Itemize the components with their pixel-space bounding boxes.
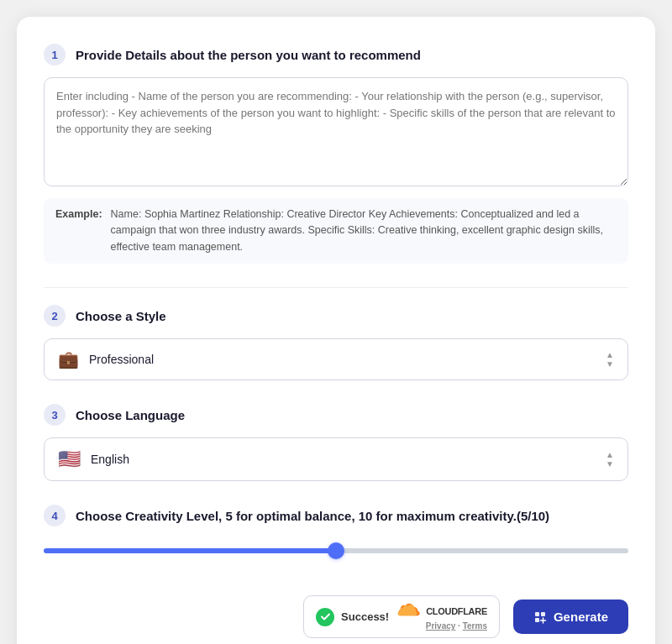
privacy-link[interactable]: Privacy <box>426 621 456 631</box>
style-value: Professional <box>89 353 596 366</box>
cloudflare-block: CLOUDFLARE Privacy · Terms <box>396 603 487 631</box>
success-badge: Success! CLOUDFLARE Privacy · Terms <box>303 595 500 638</box>
chevron-up-icon: ▲ <box>606 351 614 359</box>
terms-link[interactable]: Terms <box>463 621 487 631</box>
step1-badge: 1 <box>44 44 66 65</box>
svg-rect-2 <box>535 618 539 622</box>
success-icon <box>316 608 334 626</box>
step1-title: Provide Details about the person you wan… <box>76 48 421 62</box>
step1-section: 1 Provide Details about the person you w… <box>44 44 628 264</box>
chevron-down-icon: ▼ <box>606 360 614 369</box>
main-card: 1 Provide Details about the person you w… <box>17 17 655 644</box>
step1-header: 1 Provide Details about the person you w… <box>44 44 628 65</box>
step2-header: 2 Choose a Style <box>44 305 628 327</box>
example-text: Name: Sophia Martinez Relationship: Crea… <box>111 207 617 255</box>
step3-section: 3 Choose Language 🇺🇸 English ▲ ▼ <box>44 404 628 481</box>
flag-icon: 🇺🇸 <box>58 448 81 470</box>
checkmark-icon <box>320 611 331 622</box>
generate-icon <box>533 610 547 624</box>
generate-button[interactable]: Generate <box>513 599 628 634</box>
step4-title: Choose Creativity Level, 5 for optimal b… <box>76 509 549 523</box>
slider-container <box>44 538 628 560</box>
step2-section: 2 Choose a Style 💼 Professional ▲ ▼ <box>44 305 628 380</box>
language-chevron: ▲ ▼ <box>606 451 614 469</box>
step4-badge: 4 <box>44 505 66 526</box>
bottom-bar: Success! CLOUDFLARE Privacy · Terms <box>44 584 628 638</box>
step2-badge: 2 <box>44 305 66 327</box>
generate-label: Generate <box>554 610 608 624</box>
language-value: English <box>91 453 596 466</box>
chevron-up-icon: ▲ <box>606 451 614 459</box>
step3-header: 3 Choose Language <box>44 404 628 426</box>
success-label: Success! <box>341 610 389 623</box>
creativity-slider[interactable] <box>44 548 628 553</box>
step2-title: Choose a Style <box>76 309 166 323</box>
chevron-down-icon: ▼ <box>606 460 614 469</box>
example-box: Example: Name: Sophia Martinez Relations… <box>44 198 628 264</box>
step4-header: 4 Choose Creativity Level, 5 for optimal… <box>44 505 628 526</box>
details-textarea[interactable] <box>44 77 628 186</box>
example-label: Example: <box>55 207 102 255</box>
step4-section: 4 Choose Creativity Level, 5 for optimal… <box>44 505 628 560</box>
cloudflare-text: CLOUDFLARE <box>426 606 487 616</box>
svg-rect-1 <box>541 612 545 616</box>
cloudflare-logo: CLOUDFLARE <box>396 603 487 620</box>
svg-rect-0 <box>535 612 539 616</box>
style-select[interactable]: 💼 Professional ▲ ▼ <box>44 338 628 380</box>
cloudflare-cloud-icon <box>396 603 423 620</box>
style-chevron: ▲ ▼ <box>606 351 614 369</box>
style-icon: 💼 <box>58 349 79 369</box>
divider1 <box>44 287 628 288</box>
step3-badge: 3 <box>44 404 66 426</box>
step3-title: Choose Language <box>76 408 185 422</box>
language-select[interactable]: 🇺🇸 English ▲ ▼ <box>44 437 628 481</box>
cloudflare-links: Privacy · Terms <box>426 621 487 631</box>
